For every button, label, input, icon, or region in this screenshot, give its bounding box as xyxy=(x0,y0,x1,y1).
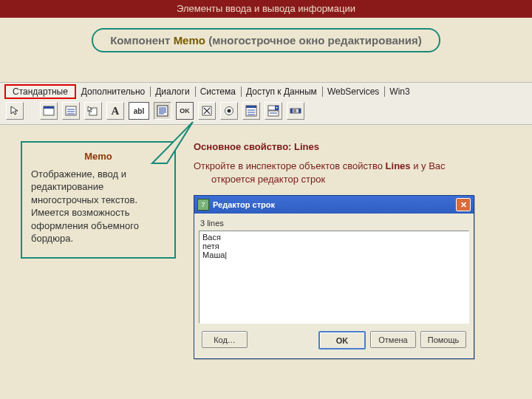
dialog-buttons: Код… OK Отмена Помощь xyxy=(199,324,469,354)
tab-standard[interactable]: Стандартные xyxy=(4,84,76,99)
hint-a: Откройте в инспекторе объектов свойство xyxy=(194,160,386,171)
tab-system[interactable]: Система xyxy=(195,84,241,99)
page-header-title: Элементы ввода и вывода информации xyxy=(177,3,355,14)
line-count-label: 3 lines xyxy=(199,218,469,231)
hint-c: откроется редактор строк xyxy=(194,173,511,186)
app-icon: 7 xyxy=(197,199,209,211)
dialog-titlebar[interactable]: 7 Редактор строк ✕ xyxy=(194,196,474,214)
dialog-title: Редактор строк xyxy=(213,200,452,209)
tab-data-access[interactable]: Доступ к Данным xyxy=(241,84,322,99)
string-editor-dialog: 7 Редактор строк ✕ 3 lines Вася петя Маш… xyxy=(194,195,474,359)
help-button[interactable]: Помощь xyxy=(420,331,466,348)
tab-win3[interactable]: Win3 xyxy=(384,84,415,99)
hint-b: и у Вас xyxy=(411,160,446,171)
callout-body: Отображение, ввод и редактирование много… xyxy=(31,168,166,245)
tab-webservices[interactable]: WebServices xyxy=(322,84,384,99)
section-title: Компонент Memo (многострочное окно редак… xyxy=(92,28,440,52)
memo-icon[interactable] xyxy=(154,102,171,120)
palette-tabs: Стандартные Дополнительно Диалоги Систем… xyxy=(0,83,532,99)
popupmenu-icon[interactable] xyxy=(84,102,102,120)
tab-dialogs[interactable]: Диалоги xyxy=(150,84,194,99)
pointer-icon[interactable] xyxy=(6,102,24,120)
edit-icon[interactable]: abI xyxy=(129,102,149,120)
hint-text: Откройте в инспекторе объектов свойство … xyxy=(194,160,511,186)
svg-rect-1 xyxy=(44,106,54,109)
mainmenu-icon[interactable] xyxy=(62,102,80,120)
ok-button[interactable]: OK xyxy=(318,331,366,349)
right-column: Основное свойство: Lines Откройте в инсп… xyxy=(194,141,511,359)
prop-label: Основное свойство: xyxy=(194,141,291,152)
component-palette: Стандартные Дополнительно Диалоги Систем… xyxy=(0,82,532,125)
lines-editor[interactable]: Вася петя Маша| xyxy=(199,231,469,324)
checkbox-icon[interactable] xyxy=(198,102,216,120)
memo-callout-wrap: Memo Отображение, ввод и редактирование … xyxy=(21,141,176,359)
svg-point-15 xyxy=(228,109,231,113)
prop-value: Lines xyxy=(294,141,319,152)
page-header: Элементы ввода и вывода информации xyxy=(0,0,532,18)
svg-rect-28 xyxy=(293,109,296,112)
code-button[interactable]: Код… xyxy=(202,331,248,348)
button-icon[interactable]: OK xyxy=(176,102,194,120)
combobox-icon[interactable] xyxy=(265,102,282,120)
radiobutton-icon[interactable] xyxy=(220,102,238,120)
close-icon[interactable]: ✕ xyxy=(456,198,471,211)
main-property-line: Основное свойство: Lines xyxy=(194,141,511,152)
content-area: Memo Отображение, ввод и редактирование … xyxy=(0,125,532,359)
palette-icons: A abI OK xyxy=(0,99,532,124)
frame-icon[interactable] xyxy=(40,102,58,120)
title-component-name: Memo xyxy=(174,34,205,47)
hint-bold: Lines xyxy=(386,160,411,171)
svg-rect-17 xyxy=(246,106,256,108)
dialog-body: 3 lines Вася петя Маша| Код… OK Отмена П… xyxy=(194,214,474,358)
title-rest: (многострочное окно редактирования) xyxy=(208,34,422,47)
callout-tail xyxy=(130,120,197,165)
tab-additional[interactable]: Дополнительно xyxy=(76,84,150,99)
scrollbar-icon[interactable] xyxy=(287,102,304,120)
cancel-button[interactable]: Отмена xyxy=(370,331,416,348)
label-icon[interactable]: A xyxy=(106,102,124,120)
svg-rect-26 xyxy=(290,109,293,113)
title-component-word: Компонент xyxy=(110,34,170,47)
listbox-icon[interactable] xyxy=(242,102,260,120)
svg-rect-27 xyxy=(299,109,301,113)
